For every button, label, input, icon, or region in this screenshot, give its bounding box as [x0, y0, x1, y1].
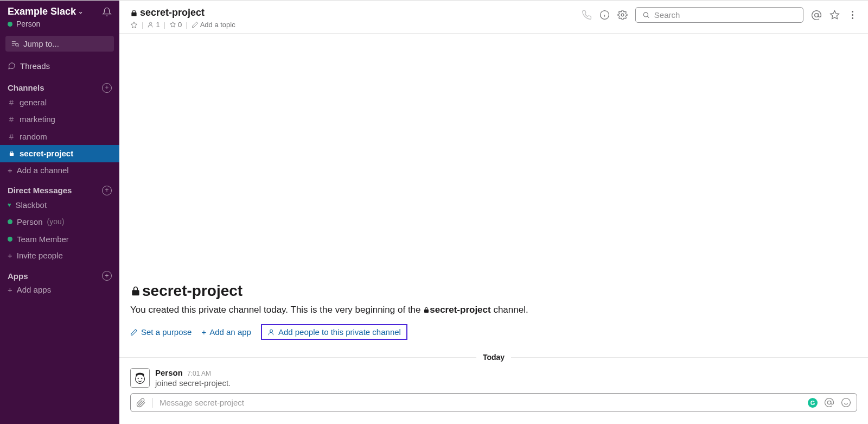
star-button[interactable]: [130, 21, 138, 29]
channel-name-label: secret-project: [20, 147, 73, 161]
add-channel-icon[interactable]: +: [102, 83, 112, 93]
current-user-presence[interactable]: Person: [0, 20, 119, 34]
set-purpose-button[interactable]: Set a purpose: [130, 327, 192, 337]
intro-title-label: secret-project: [142, 282, 242, 300]
mentions-icon[interactable]: [811, 10, 822, 21]
channel-name-label: marketing: [20, 112, 55, 126]
day-divider: Today: [119, 353, 868, 362]
svg-point-10: [621, 14, 624, 16]
add-topic-button[interactable]: Add a topic: [192, 21, 235, 29]
emoji-icon[interactable]: [841, 397, 851, 408]
intro-text: You created this private channel today. …: [130, 303, 857, 317]
plus-icon: +: [201, 327, 206, 337]
gear-icon[interactable]: [617, 10, 628, 20]
svg-point-21: [842, 398, 851, 407]
grammarly-icon[interactable]: G: [808, 398, 818, 408]
sidebar-dm-person[interactable]: Person (you): [0, 213, 119, 231]
sidebar-dm-team-member[interactable]: Team Member: [0, 231, 119, 248]
channel-name-label: random: [20, 130, 47, 144]
star-header-icon[interactable]: [829, 10, 840, 20]
channel-header: secret-project | 1 | 0: [119, 1, 868, 34]
attachment-icon[interactable]: [136, 398, 153, 408]
message-area: secret-project You created this private …: [119, 34, 868, 393]
apps-header-label: Apps: [8, 271, 28, 281]
channel-intro: secret-project You created this private …: [119, 282, 868, 348]
person-icon: [267, 328, 275, 336]
invite-people-link[interactable]: + Invite people: [0, 248, 119, 263]
message-text: joined secret-project.: [155, 378, 231, 388]
search-box[interactable]: [635, 7, 803, 23]
workspace-switcher[interactable]: Example Slack ⌄: [8, 6, 83, 17]
message-row[interactable]: Person 7:01 AM joined secret-project.: [119, 364, 868, 393]
add-channel-link[interactable]: + Add a channel: [0, 162, 119, 178]
dm-name-label: Person: [17, 215, 43, 229]
pin-count[interactable]: 0: [169, 21, 182, 29]
phone-icon[interactable]: [582, 10, 592, 20]
sidebar-channel-marketing[interactable]: #marketing: [0, 111, 119, 128]
lock-icon: [130, 9, 138, 17]
add-people-button[interactable]: Add people to this private channel: [261, 324, 407, 340]
bell-icon[interactable]: [102, 7, 112, 17]
mention-icon[interactable]: [824, 397, 834, 408]
lock-icon: [130, 286, 141, 296]
channels-header-label: Channels: [8, 83, 44, 92]
add-apps-link[interactable]: + Add apps: [0, 282, 119, 298]
person-icon: [147, 21, 154, 28]
info-icon[interactable]: [599, 10, 610, 20]
dm-name-label: Slackbot: [16, 198, 47, 212]
avatar[interactable]: [130, 368, 150, 388]
sidebar-dm-slackbot[interactable]: ♥Slackbot: [0, 197, 119, 214]
pin-icon: [169, 21, 176, 28]
svg-point-17: [136, 374, 145, 383]
dm-name-label: Team Member: [17, 232, 69, 246]
add-topic-label: Add a topic: [200, 21, 235, 29]
intro-title: secret-project: [130, 282, 857, 300]
pin-count-value: 0: [178, 21, 182, 29]
add-dm-icon[interactable]: +: [102, 186, 112, 195]
add-people-label: Add people to this private channel: [278, 327, 401, 337]
add-app-sidebar-icon[interactable]: +: [102, 271, 112, 281]
heart-icon: ♥: [8, 200, 11, 210]
add-app-button[interactable]: + Add an app: [201, 327, 251, 337]
search-icon: [642, 11, 650, 19]
member-count-value: 1: [156, 21, 159, 29]
jump-icon: [11, 40, 19, 48]
channel-title[interactable]: secret-project: [130, 7, 235, 18]
more-actions-icon[interactable]: [847, 11, 857, 19]
plus-icon: +: [8, 251, 12, 260]
jump-to-button[interactable]: Jump to...: [5, 36, 114, 52]
svg-line-12: [647, 16, 649, 18]
star-icon: [130, 21, 138, 29]
svg-point-18: [138, 378, 139, 379]
lock-icon: [8, 150, 15, 156]
message-time: 7:01 AM: [187, 370, 211, 377]
composer-input[interactable]: [159, 398, 801, 407]
svg-point-20: [827, 401, 831, 404]
apps-section-header: Apps +: [0, 263, 119, 282]
set-purpose-label: Set a purpose: [141, 327, 192, 337]
hash-icon: #: [8, 130, 15, 144]
hash-icon: #: [8, 96, 15, 110]
presence-dot-icon: [8, 237, 12, 242]
sidebar-channel-general[interactable]: #general: [0, 94, 119, 111]
sidebar-channel-secret-project[interactable]: secret-project: [0, 145, 119, 162]
sidebar: Example Slack ⌄ Person Jump to... Thread…: [0, 1, 119, 424]
svg-point-3: [16, 43, 18, 46]
you-label: (you): [47, 216, 65, 229]
search-input[interactable]: [654, 10, 796, 20]
main-panel: secret-project | 1 | 0: [119, 1, 868, 424]
member-count[interactable]: 1: [147, 21, 159, 29]
presence-dot-icon: [8, 219, 12, 224]
threads-link[interactable]: Threads: [0, 57, 119, 75]
message-composer[interactable]: G: [130, 393, 857, 412]
svg-point-11: [643, 12, 648, 17]
pencil-icon: [192, 21, 199, 28]
jump-to-label: Jump to...: [23, 39, 59, 48]
channels-section-header: Channels +: [0, 75, 119, 94]
sidebar-channel-random[interactable]: #random: [0, 128, 119, 145]
threads-icon: [8, 62, 16, 70]
svg-marker-14: [831, 11, 839, 19]
svg-point-15: [270, 330, 273, 332]
message-sender[interactable]: Person: [155, 368, 183, 377]
invite-people-label: Invite people: [17, 251, 63, 260]
